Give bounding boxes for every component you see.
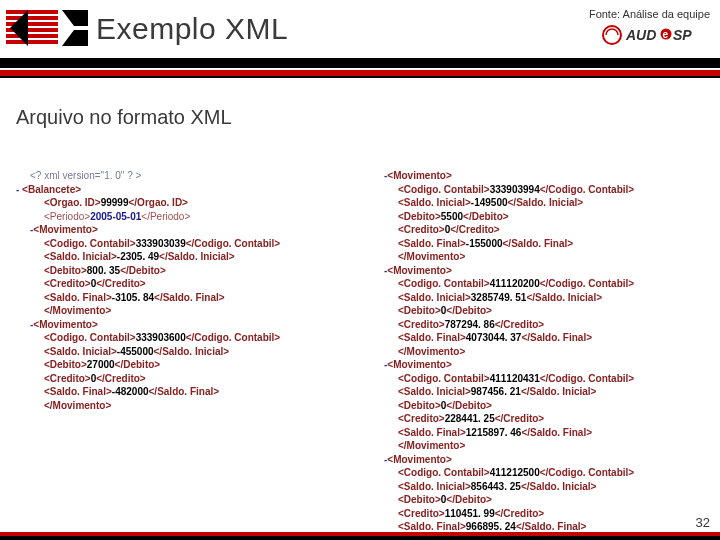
source-label: Fonte: Análise da equipe [589, 8, 710, 20]
svg-text:AUD: AUD [625, 27, 656, 43]
divider-stripe [0, 58, 720, 78]
xml-column-left: <? xml version="1. 0" ? >- <Balancete><O… [16, 169, 366, 540]
svg-marker-8 [62, 30, 88, 46]
xml-column-right: -<Movimento><Codigo. Contabil>333903994<… [366, 169, 712, 540]
logo-icon [6, 6, 88, 52]
page-number: 32 [696, 515, 710, 530]
source-area: Fonte: Análise da equipe AUD e SP [589, 6, 710, 48]
audesp-logo-icon: AUD e SP [589, 22, 710, 48]
svg-text:SP: SP [673, 27, 692, 43]
svg-rect-5 [6, 40, 58, 44]
svg-rect-0 [6, 10, 58, 14]
svg-text:e: e [663, 29, 669, 40]
slide-title: Exemplo XML [96, 6, 288, 46]
slide-subtitle: Arquivo no formato XML [0, 78, 720, 129]
xml-content: <? xml version="1. 0" ? >- <Balancete><O… [0, 169, 720, 540]
svg-rect-4 [6, 34, 58, 38]
footer-stripe [0, 532, 720, 540]
slide-header: Exemplo XML Fonte: Análise da equipe AUD… [0, 0, 720, 58]
svg-marker-7 [62, 10, 88, 26]
svg-rect-1 [6, 16, 58, 20]
